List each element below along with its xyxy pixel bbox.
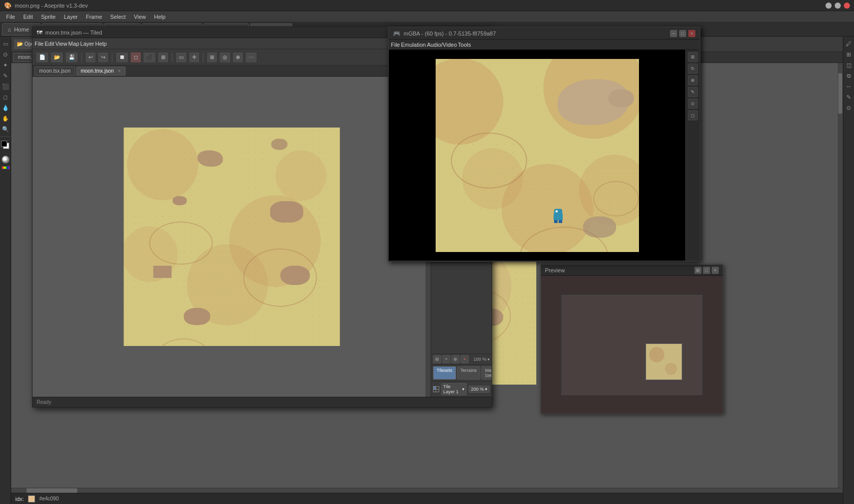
tiled-tab-close[interactable]: × [118, 68, 121, 74]
ts-tool-1[interactable]: ⊞ [433, 355, 441, 363]
tiled-extra-btn[interactable]: ⋯ [245, 52, 257, 63]
mgba-menu-file[interactable]: File [391, 42, 400, 48]
right-tool-7[interactable]: ⊙ [844, 103, 854, 113]
menu-select[interactable]: Select [106, 13, 130, 21]
tiled-shape-btn[interactable]: ⊞ [158, 52, 169, 63]
mgba-tool-5[interactable]: ⊙ [688, 99, 698, 109]
right-tool-6[interactable]: ✎ [844, 92, 854, 102]
menu-help[interactable]: Help [150, 13, 170, 21]
tiled-sep4 [203, 53, 203, 62]
preview-title-text: Preview [545, 267, 565, 273]
game-crater-1 [451, 133, 527, 188]
v-scrollbar[interactable] [838, 63, 843, 488]
right-tool-2[interactable]: ⊞ [844, 49, 854, 59]
tiled-eraser-btn[interactable]: ◻ [130, 52, 141, 63]
mgba-tool-1[interactable]: ⊞ [688, 52, 698, 62]
mgba-tool-2[interactable]: ↻ [688, 64, 698, 74]
mgba-menu-tools[interactable]: Tools [458, 42, 471, 48]
mgba-tool-6[interactable]: ◻ [688, 110, 698, 120]
menu-edit[interactable]: Edit [19, 13, 37, 21]
maximize-btn[interactable] [835, 3, 841, 9]
tiled-map-area[interactable] [33, 77, 431, 397]
tiled-tab-tmx[interactable]: moon.tmx.json × [76, 67, 126, 76]
tiled-new-btn[interactable]: 📄 [36, 52, 49, 63]
color-wheel-btn[interactable] [2, 155, 10, 164]
right-tool-3[interactable]: ◫ [844, 60, 854, 70]
tiled-select-btn[interactable]: ▭ [175, 52, 187, 63]
tiled-save-btn[interactable]: 💾 [65, 52, 78, 63]
tiled-rock-6 [184, 308, 210, 325]
char-eye [556, 210, 558, 212]
tiled-snap-btn[interactable]: ⊕ [232, 52, 243, 63]
tool-wand[interactable]: ✦ [1, 60, 11, 70]
tool-eyedrop[interactable]: 💧 [1, 103, 11, 113]
tool-hand[interactable]: ✋ [1, 113, 11, 123]
zoom-dropdown-icon[interactable]: ▾ [487, 357, 490, 362]
tab-wang-sets[interactable]: Wang Sets [481, 366, 492, 380]
app-icon: 🎨 [4, 2, 12, 9]
tool-fill[interactable]: ⬛ [1, 81, 11, 91]
tool-pencil[interactable]: ✎ [1, 71, 11, 81]
tiled-menu-file[interactable]: File [35, 41, 44, 47]
gba-game-screen [436, 59, 639, 252]
tiled-map-canvas [124, 128, 340, 346]
zoom-select-bottom[interactable]: 200 % ▾ [469, 386, 490, 393]
preview-expand-btn[interactable]: ⊞ [694, 267, 702, 274]
tiled-highlight-btn[interactable]: ◎ [219, 52, 231, 63]
tiled-stamp-btn[interactable]: 🔲 [115, 52, 129, 63]
preview-close-btn[interactable]: × [712, 267, 719, 274]
tiled-redo-btn[interactable]: ↪ [98, 52, 109, 63]
mgba-maximize-btn[interactable]: □ [679, 30, 686, 37]
tool-eraser[interactable]: ◻ [1, 92, 11, 102]
right-tool-4[interactable]: ⧉ [844, 71, 854, 81]
menu-sprite[interactable]: Sprite [37, 13, 60, 21]
menu-view[interactable]: View [130, 13, 150, 21]
tab-terrains[interactable]: Terrains [457, 366, 480, 380]
right-tool-5[interactable]: ↔ [844, 81, 854, 91]
layer-select[interactable]: Tile Layer 1 ▾ [441, 383, 467, 395]
mgba-menu-emulation[interactable]: Emulation [401, 42, 426, 48]
h-scrollbar-thumb[interactable] [26, 488, 77, 493]
mgba-minimize-btn[interactable]: ─ [670, 30, 677, 37]
preview-float-btn[interactable]: □ [703, 267, 710, 274]
mgba-tool-3[interactable]: ⊕ [688, 75, 698, 85]
tool-zoom[interactable]: 🔍 [1, 124, 11, 134]
tiled-sep3 [172, 53, 172, 62]
tool-marquee[interactable]: ▭ [1, 39, 11, 49]
ts-tool-4[interactable]: × [461, 355, 469, 363]
ts-tool-3[interactable]: ⊕ [451, 355, 460, 363]
tiled-menu-layer[interactable]: Layer [80, 41, 95, 47]
tool-lasso[interactable]: ⊙ [1, 49, 11, 59]
v-scrollbar-thumb[interactable] [838, 73, 842, 114]
menu-layer[interactable]: Layer [59, 13, 82, 21]
right-tool-1[interactable]: 🖊 [844, 39, 854, 49]
tiled-menu-view[interactable]: View [55, 41, 68, 47]
tab-tilesets[interactable]: Tilesets [433, 366, 456, 380]
preview-content [541, 276, 723, 414]
tiled-menu-map[interactable]: Map [68, 41, 79, 47]
menu-file[interactable]: File [2, 13, 19, 21]
pixel-color-preview [28, 495, 35, 502]
h-scrollbar[interactable] [11, 488, 843, 493]
mgba-app-icon: 🎮 [393, 30, 401, 37]
mgba-menu-audio[interactable]: Audio/Video [427, 42, 457, 48]
tiled-move-btn[interactable]: ✛ [189, 52, 200, 63]
mgba-tool-4[interactable]: ✎ [688, 87, 698, 97]
tiled-menu-help[interactable]: Help [95, 41, 107, 47]
tiled-rock-4 [270, 201, 303, 223]
menu-frame[interactable]: Frame [82, 13, 106, 21]
tiled-crater-2 [243, 248, 317, 307]
mgba-window: 🎮 mGBA - (60 fps) - 0.7-5135-f8759a87 ─ … [388, 26, 700, 262]
tiled-undo-btn[interactable]: ↩ [85, 52, 96, 63]
minimize-btn[interactable] [826, 3, 832, 9]
tiled-menu-edit[interactable]: Edit [45, 41, 54, 47]
mgba-close-btn[interactable]: × [688, 30, 695, 37]
tiled-fill-btn[interactable]: ⬛ [143, 52, 156, 63]
close-btn[interactable] [844, 3, 850, 9]
tiled-toggle-grid[interactable]: ⊞ [206, 52, 218, 63]
fg-color-swatch[interactable] [1, 141, 7, 147]
tiled-tab-tsx[interactable]: moon.tsx.json [35, 67, 75, 76]
ts-tool-2[interactable]: + [442, 355, 450, 363]
window-controls [826, 3, 850, 9]
tiled-open-btn[interactable]: 📂 [50, 52, 64, 63]
